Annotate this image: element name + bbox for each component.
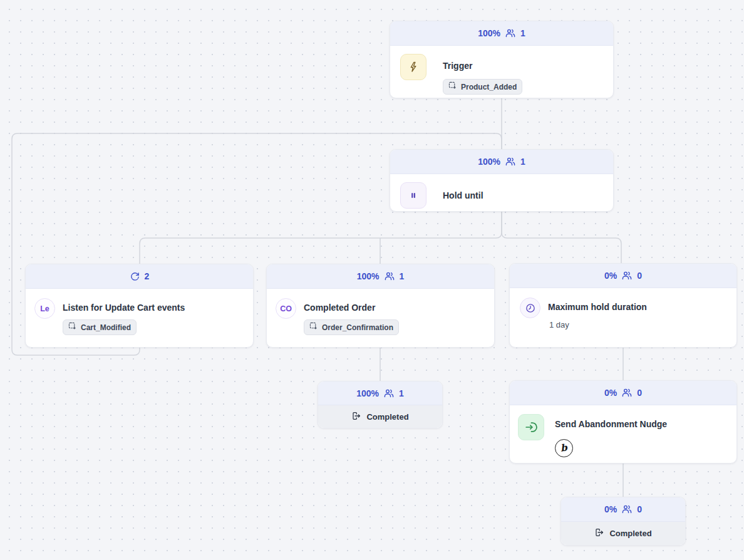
count-value: 1 <box>520 157 525 167</box>
count-value: 1 <box>400 271 405 281</box>
event-badge: Product_Added <box>443 79 522 95</box>
exit-label: Completed <box>366 412 408 422</box>
count-value: 0 <box>637 271 642 281</box>
node-title: Trigger <box>443 54 472 78</box>
node-title: Listen for Update Cart events <box>63 297 185 318</box>
event-select-icon <box>448 81 457 92</box>
loop-icon <box>130 271 140 282</box>
channel-logo-icon: b <box>555 439 573 457</box>
percent-value: 0% <box>604 271 617 281</box>
pause-icon <box>400 182 426 209</box>
node-exit-completed-mid[interactable]: 100% 1 Completed <box>318 381 443 428</box>
edge-hold-to-maxhold <box>502 212 621 263</box>
node-hold-stats: 100% 1 <box>390 150 613 174</box>
people-icon <box>505 156 516 167</box>
node-send-abandonment-nudge[interactable]: 0% 0 Send Abandonment Nudge b <box>509 380 737 464</box>
node-title: Hold until <box>443 190 483 200</box>
node-max-hold-duration[interactable]: 0% 0 Maximum hold duration 1 day <box>509 263 737 348</box>
node-listen-cart-events[interactable]: 2 Le Listen for Update Cart events Cart_… <box>25 264 254 348</box>
people-icon <box>621 270 633 281</box>
node-max-hold-stats: 0% 0 <box>510 264 736 288</box>
event-badge-label: Product_Added <box>461 83 517 91</box>
node-trigger[interactable]: 100% 1 Trigger Product_Added <box>390 21 614 98</box>
exit-mid-stats: 100% 1 <box>318 381 442 405</box>
lightning-icon <box>400 54 426 80</box>
hold-duration-value: 1 day <box>548 320 569 329</box>
exit-icon <box>351 411 361 423</box>
node-listen-stats: 2 <box>26 264 253 289</box>
people-icon <box>384 271 395 282</box>
exit-icon <box>594 527 604 539</box>
avatar: CO <box>276 298 296 319</box>
node-title: Maximum hold duration <box>548 296 647 318</box>
people-icon <box>383 388 395 399</box>
edge-hold-to-listen <box>140 212 502 264</box>
percent-value: 100% <box>356 388 379 398</box>
percent-value: 0% <box>604 504 617 514</box>
event-badge-label: Order_Confirmation <box>322 323 393 332</box>
event-badge: Cart_Modified <box>63 319 137 335</box>
node-completed-order-stats: 100% 1 <box>267 264 494 289</box>
people-icon <box>621 504 633 515</box>
percent-value: 100% <box>357 271 380 281</box>
node-completed-order[interactable]: 100% 1 CO Completed Order Order_Confirma… <box>266 264 495 348</box>
event-badge-label: Cart_Modified <box>81 323 131 332</box>
node-title: Send Abandonment Nudge <box>555 414 667 434</box>
node-trigger-stats: 100% 1 <box>390 21 613 46</box>
percent-value: 100% <box>478 28 500 38</box>
exit-label: Completed <box>609 529 651 538</box>
exit-bottom-stats: 0% 0 <box>561 497 685 522</box>
count-value: 1 <box>520 28 525 38</box>
node-title: Completed Order <box>304 297 375 318</box>
avatar: Le <box>34 298 55 319</box>
percent-value: 100% <box>478 157 500 167</box>
event-select-icon <box>68 322 77 333</box>
event-select-icon <box>309 322 318 333</box>
node-hold-until[interactable]: 100% 1 Hold until <box>390 149 614 212</box>
node-send-stats: 0% 0 <box>510 381 736 405</box>
loop-count-value: 2 <box>145 271 150 281</box>
count-value: 1 <box>399 388 404 398</box>
sign-in-arrow-icon <box>518 414 544 440</box>
percent-value: 0% <box>604 388 617 398</box>
node-exit-completed-bottom[interactable]: 0% 0 Completed <box>561 497 686 546</box>
people-icon <box>621 387 633 398</box>
people-icon <box>505 28 516 39</box>
clock-icon <box>520 298 540 318</box>
count-value: 0 <box>637 504 642 514</box>
event-badge: Order_Confirmation <box>304 319 399 335</box>
journey-canvas[interactable]: 100% 1 Trigger Product_Added <box>0 0 744 560</box>
count-value: 0 <box>637 388 642 398</box>
